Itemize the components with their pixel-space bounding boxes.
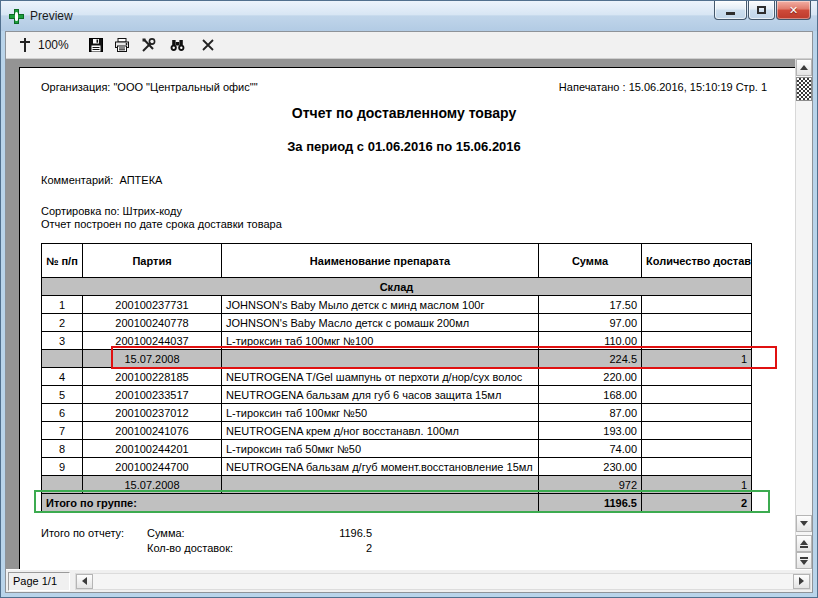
organization-line: Организация: "ООО "Центральный офис"" — [41, 81, 258, 93]
table-cell: JOHNSON's Baby Масло детск с ромашк 200м… — [222, 314, 539, 332]
table-cell: Итого по группе: — [42, 494, 539, 512]
title-bar[interactable]: Preview ✕ — [1, 1, 817, 31]
table-cell: 230.00 — [539, 458, 642, 476]
printed-line: Напечатано : 15.06.2016, 15:10:19 Стр. 1 — [559, 81, 767, 93]
scroll-right-button[interactable] — [793, 574, 810, 589]
table-cell: NEUTROGENA крем д/ног восстанавл. 100мл — [222, 422, 539, 440]
table-row: 8200100244201L-тироксин таб 50мкг №5074.… — [42, 440, 752, 458]
printer-icon — [114, 37, 130, 53]
totals-sum-value: 1196.5 — [269, 526, 372, 541]
status-bar: Page 1/1 — [6, 569, 812, 592]
table-cell: 193.00 — [539, 422, 642, 440]
print-setup-button[interactable] — [137, 34, 159, 56]
arrow-down-icon — [800, 521, 808, 526]
page-down-icon — [800, 557, 808, 565]
table-cell — [222, 350, 539, 368]
table-cell: 9 — [42, 458, 83, 476]
table-row: 2200100240778JOHNSON's Baby Масло детск … — [42, 314, 752, 332]
close-icon: ✕ — [789, 5, 798, 16]
table-cell: 200100244037 — [83, 332, 222, 350]
table-cell: 17.50 — [539, 296, 642, 314]
report-period: За период с 01.06.2016 по 15.06.2016 — [41, 139, 767, 154]
table-cell — [642, 314, 752, 332]
page-indicator: Page 1/1 — [8, 572, 70, 591]
table-cell: 6 — [42, 404, 83, 422]
vertical-scrollbar[interactable] — [795, 59, 812, 569]
preview-window: Preview ✕ 100% — [0, 0, 818, 598]
table-cell: 87.00 — [539, 404, 642, 422]
previous-page-button[interactable] — [796, 535, 812, 552]
maximize-button[interactable] — [748, 1, 775, 20]
close-button[interactable]: ✕ — [776, 1, 811, 20]
scroll-down-button[interactable] — [796, 515, 812, 532]
table-cell — [642, 440, 752, 458]
report-title: Отчет по доставленному товару — [41, 105, 767, 121]
table-cell: 200100240778 — [83, 314, 222, 332]
table-cell: L-тироксин таб 100мкг №50 — [222, 404, 539, 422]
close-x-icon — [201, 38, 215, 52]
column-header: Сумма — [539, 244, 642, 278]
comment-label: Комментарий: — [41, 174, 113, 186]
table-wrap: № п/пПартияНаименование препаратаСуммаКо… — [41, 243, 751, 512]
vertical-scrollbar-thumb[interactable] — [796, 77, 812, 101]
table-cell — [642, 296, 752, 314]
table-row: 5200100233517NEUTROGENA бальзам для губ … — [42, 386, 752, 404]
arrow-up-icon — [800, 65, 808, 70]
table-cell — [642, 404, 752, 422]
table-row: 1200100237731JOHNSON's Baby Мыло детск с… — [42, 296, 752, 314]
table-cell: 110.00 — [539, 332, 642, 350]
zoom-tool-button[interactable] — [14, 34, 36, 56]
vertical-scrollbar-track[interactable] — [796, 101, 812, 515]
print-button[interactable] — [111, 34, 133, 56]
totals-sum-label: Сумма: — [147, 526, 269, 541]
client-area: 100% — [5, 31, 813, 593]
horizontal-scrollbar-track[interactable] — [93, 574, 793, 589]
table-cell: 200100244700 — [83, 458, 222, 476]
table-row: 7200100241076NEUTROGENA крем д/ног восст… — [42, 422, 752, 440]
report-table: № п/пПартияНаименование препаратаСуммаКо… — [41, 243, 752, 512]
table-cell: L-тироксин таб 50мкг №50 — [222, 440, 539, 458]
zoom-level-label[interactable]: 100% — [38, 38, 69, 52]
group-header-row: Склад — [42, 278, 752, 296]
table-cell: 200100244201 — [83, 440, 222, 458]
scroll-up-button[interactable] — [796, 59, 812, 76]
scroll-left-button[interactable] — [76, 574, 93, 589]
table-cell: 1 — [42, 296, 83, 314]
minimize-icon — [726, 12, 735, 15]
table-cell: 200100237012 — [83, 404, 222, 422]
arrow-right-icon — [799, 577, 804, 585]
save-icon — [88, 37, 104, 53]
sort-line: Сортировка по: Штрих-коду — [41, 205, 767, 217]
column-header: № п/п — [42, 244, 83, 278]
table-cell: 2 — [642, 494, 752, 512]
table-cell: 972 — [539, 476, 642, 494]
table-row: 4200100228185NEUTROGENA T/Gel шампунь от… — [42, 368, 752, 386]
table-cell: 15.07.2008 — [83, 476, 222, 494]
comment-value: АПТЕКА — [119, 174, 162, 186]
table-cell — [642, 368, 752, 386]
arrow-left-icon — [82, 577, 87, 585]
pharmacy-cross-icon — [9, 9, 24, 24]
report-totals: Итого по отчету:Сумма:1196.5 Кол-во дост… — [41, 526, 767, 556]
table-cell: NEUTROGENA бальзам для губ 6 часов защит… — [222, 386, 539, 404]
table-cell: 7 — [42, 422, 83, 440]
table-cell: 15.07.2008 — [83, 350, 222, 368]
save-button[interactable] — [85, 34, 107, 56]
minimize-button[interactable] — [714, 1, 747, 20]
find-button[interactable] — [167, 34, 189, 56]
table-row: 3200100244037L-тироксин таб 100мкг №1001… — [42, 332, 752, 350]
table-cell: 3 — [42, 332, 83, 350]
horizontal-scrollbar[interactable] — [75, 573, 811, 590]
built-line: Отчет построен по дате срока доставки то… — [41, 218, 767, 230]
table-cell — [642, 458, 752, 476]
next-page-button[interactable] — [796, 552, 812, 569]
totals-label: Итого по отчету: — [41, 526, 147, 541]
table-cell: 97.00 — [539, 314, 642, 332]
table-cell: 5 — [42, 386, 83, 404]
table-cell: NEUTROGENA бальзам д/губ момент.восстано… — [222, 458, 539, 476]
preview-viewport: Организация: "ООО "Центральный офис"" На… — [6, 59, 812, 569]
table-cell: NEUTROGENA T/Gel шампунь от перхоти д/но… — [222, 368, 539, 386]
close-preview-button[interactable] — [197, 34, 219, 56]
page-up-icon — [800, 540, 808, 548]
table-cell — [42, 476, 83, 494]
